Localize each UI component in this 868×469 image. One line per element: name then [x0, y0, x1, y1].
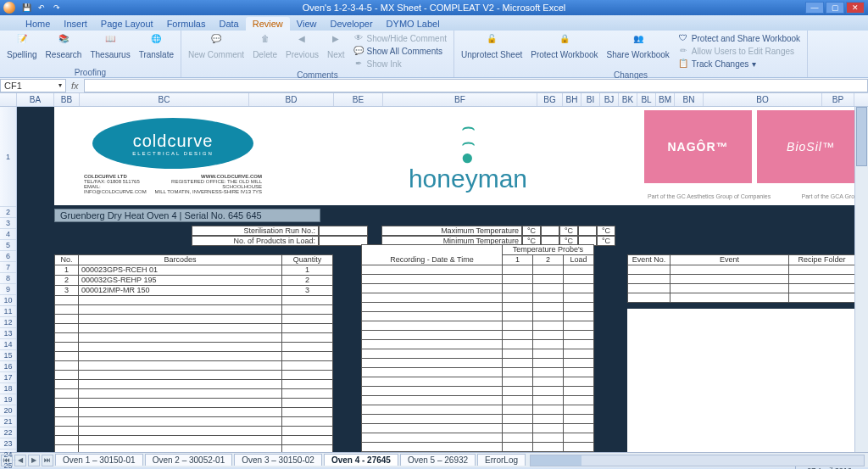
- row-header-19[interactable]: 19: [0, 394, 16, 405]
- tab-nav-last[interactable]: ⏭: [42, 455, 53, 466]
- row-header-2[interactable]: 2: [0, 207, 16, 218]
- row-header-1[interactable]: 1: [0, 107, 16, 207]
- row-header-20[interactable]: 20: [0, 405, 16, 416]
- column-header-BI[interactable]: BI: [581, 93, 600, 106]
- ribbon-tab-home[interactable]: Home: [19, 17, 57, 31]
- next-comment-button[interactable]: ▶Next: [326, 32, 347, 70]
- column-header-BJ[interactable]: BJ: [600, 93, 619, 106]
- row-header-8[interactable]: 8: [0, 273, 16, 284]
- sheet-tab-oven-5-26932[interactable]: Oven 5 – 26932: [400, 454, 476, 466]
- showhide-comment-button[interactable]: 👁Show/Hide Comment: [352, 32, 448, 44]
- max-temp-val2[interactable]: [578, 226, 597, 236]
- column-header-BN[interactable]: BN: [675, 93, 704, 106]
- sheet-tab-oven-3-30150-02[interactable]: Oven 3 – 30150-02: [234, 454, 322, 466]
- share-workbook-button[interactable]: 👥Share Workbook: [605, 32, 671, 70]
- sheet-tab-errorlog[interactable]: ErrorLog: [477, 454, 526, 466]
- select-all-corner[interactable]: [0, 93, 17, 106]
- ribbon-tab-dymo-label[interactable]: DYMO Label: [380, 17, 447, 31]
- row-header-15[interactable]: 15: [0, 350, 16, 361]
- sheet-tab-oven-2-30052-01[interactable]: Oven 2 – 30052-01: [145, 454, 233, 466]
- office-orb[interactable]: [3, 2, 15, 14]
- maximize-button[interactable]: ▢: [826, 2, 844, 14]
- barcodes-table[interactable]: No.BarcodesQuantity1000023GPS-RCEH 01120…: [54, 254, 333, 452]
- row-header-5[interactable]: 5: [0, 240, 16, 251]
- sheet-tab-oven-1-30150-01[interactable]: Oven 1 – 30150-01: [55, 454, 143, 466]
- column-header-BG[interactable]: BG: [537, 93, 563, 106]
- ribbon-tab-review[interactable]: Review: [246, 17, 290, 31]
- sheet-grid[interactable]: coldcurve ELECTRICAL DESIGN COLDCURVE LT…: [17, 107, 868, 452]
- spelling-button[interactable]: 📝Spelling: [5, 32, 39, 67]
- column-header-BC[interactable]: BC: [80, 93, 249, 106]
- row-header-3[interactable]: 3: [0, 218, 16, 229]
- row-header-12[interactable]: 12: [0, 317, 16, 328]
- row-header-4[interactable]: 4: [0, 229, 16, 240]
- column-header-BD[interactable]: BD: [249, 93, 334, 106]
- row-header-9[interactable]: 9: [0, 284, 16, 295]
- row-header-11[interactable]: 11: [0, 306, 16, 317]
- ribbon-tab-developer[interactable]: Developer: [323, 17, 379, 31]
- row-header-22[interactable]: 22: [0, 427, 16, 438]
- hscroll-thumb[interactable]: [531, 455, 581, 466]
- row-header-13[interactable]: 13: [0, 328, 16, 339]
- vertical-scrollbar[interactable]: [854, 107, 868, 452]
- close-button[interactable]: ✕: [846, 2, 865, 14]
- delete-comment-button[interactable]: 🗑Delete: [251, 32, 279, 70]
- column-header-BF[interactable]: BF: [383, 93, 537, 106]
- ribbon-tab-page-layout[interactable]: Page Layout: [94, 17, 160, 31]
- show-all-comments-button[interactable]: 💬Show All Comments: [352, 45, 448, 57]
- column-header-BP[interactable]: BP: [822, 93, 854, 106]
- ribbon-tab-view[interactable]: View: [290, 17, 324, 31]
- sheet-tab-oven-4-27645[interactable]: Oven 4 - 27645: [324, 454, 398, 466]
- scrollbar-thumb[interactable]: [856, 107, 867, 166]
- row-header-6[interactable]: 6: [0, 251, 16, 262]
- column-header-BO[interactable]: BO: [704, 93, 822, 106]
- thesaurus-button[interactable]: 📖Thesaurus: [88, 32, 131, 67]
- column-header-BL[interactable]: BL: [637, 93, 656, 106]
- row-header-16[interactable]: 16: [0, 361, 16, 372]
- show-ink-button[interactable]: ✒Show Ink: [352, 58, 448, 70]
- allow-edit-button[interactable]: ✏Allow Users to Edit Ranges: [676, 45, 802, 57]
- column-header-BK[interactable]: BK: [619, 93, 637, 106]
- sterilisation-run-value[interactable]: [319, 226, 368, 236]
- save-icon[interactable]: 💾: [20, 2, 32, 14]
- row-header-21[interactable]: 21: [0, 416, 16, 427]
- oven-title-band: Gruenberg Dry Heat Oven 4 | Serial No. 6…: [54, 209, 320, 222]
- recording-table[interactable]: Recording - Date & TimeTemperature Probe…: [361, 244, 594, 452]
- fx-icon[interactable]: fx: [66, 81, 84, 91]
- translate-button[interactable]: 🌐Translate: [137, 32, 175, 67]
- row-header-23[interactable]: 23: [0, 438, 16, 449]
- tab-nav-prev[interactable]: ◀: [14, 455, 26, 466]
- column-header-BA[interactable]: BA: [17, 93, 54, 106]
- formula-input[interactable]: [84, 79, 868, 92]
- new-comment-button[interactable]: 💬New Comment: [186, 32, 246, 70]
- row-header-14[interactable]: 14: [0, 339, 16, 350]
- ribbon-tab-data[interactable]: Data: [212, 17, 245, 31]
- quick-access-toolbar: 💾 ↶ ↷: [20, 2, 63, 14]
- minimize-button[interactable]: —: [805, 2, 824, 14]
- name-box[interactable]: CF1▾: [0, 79, 66, 92]
- column-header-BB[interactable]: BB: [54, 93, 80, 106]
- column-header-BH[interactable]: BH: [563, 93, 581, 106]
- unprotect-sheet-button[interactable]: 🔓Unprotect Sheet: [459, 32, 524, 70]
- row-header-17[interactable]: 17: [0, 372, 16, 383]
- ribbon-tab-formulas[interactable]: Formulas: [160, 17, 213, 31]
- redo-icon[interactable]: ↷: [51, 2, 63, 14]
- protect-share-button[interactable]: 🛡Protect and Share Workbook: [676, 32, 802, 44]
- chevron-down-icon[interactable]: ▾: [58, 81, 62, 89]
- column-header-BE[interactable]: BE: [334, 93, 383, 106]
- events-table[interactable]: Event No.EventRecipe Folder: [627, 254, 855, 303]
- horizontal-scrollbar[interactable]: [530, 455, 865, 466]
- tab-nav-first[interactable]: ⏮: [1, 455, 13, 466]
- row-header-18[interactable]: 18: [0, 383, 16, 394]
- row-header-7[interactable]: 7: [0, 262, 16, 273]
- tab-nav-next[interactable]: ▶: [28, 455, 40, 466]
- row-header-10[interactable]: 10: [0, 295, 16, 306]
- track-changes-button[interactable]: 📋Track Changes ▾: [676, 58, 802, 70]
- ribbon-tab-insert[interactable]: Insert: [57, 17, 94, 31]
- protect-workbook-button[interactable]: 🔒Protect Workbook: [529, 32, 599, 70]
- column-header-BM[interactable]: BM: [656, 93, 675, 106]
- previous-comment-button[interactable]: ◀Previous: [284, 32, 320, 70]
- research-button[interactable]: 📚Research: [44, 32, 84, 67]
- undo-icon[interactable]: ↶: [36, 2, 47, 14]
- max-temp-val1[interactable]: [541, 226, 559, 236]
